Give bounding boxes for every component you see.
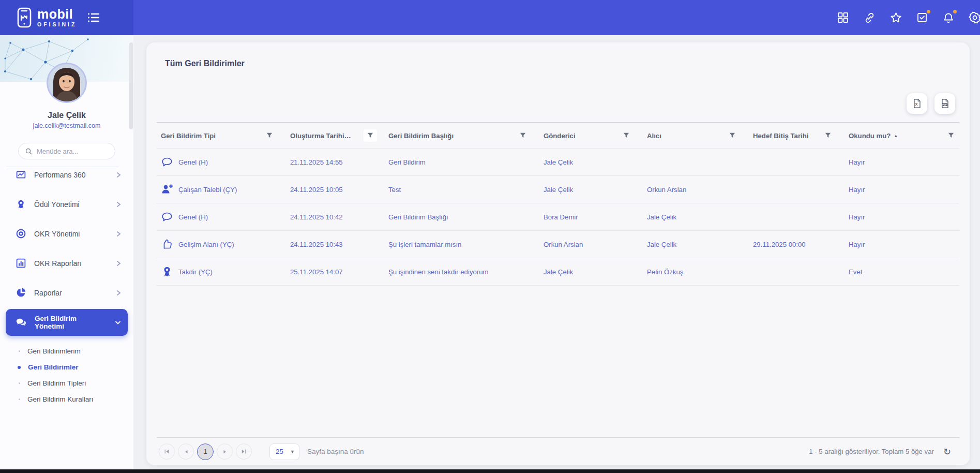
filter-icon[interactable] [825,132,831,139]
table-row[interactable]: Genel (H) 21.11.2025 14:55 Geri Bildirim… [157,149,959,176]
submenu-item-label: Geri Bildirimlerim [27,347,81,355]
search-input[interactable] [37,147,104,155]
bullet-dot [19,398,20,400]
column-header-olusturma-tarihi[interactable]: Oluşturma Tarihi… [286,123,384,149]
next-page-button[interactable] [217,444,233,460]
chevron-down-icon [115,320,121,325]
previous-page-button[interactable] [178,444,194,460]
quick-links-button[interactable] [863,11,876,24]
excel-file-icon: X [911,98,923,109]
feedback-submenu: Geri Bildirimlerim Geri Bildirimler Geri… [0,336,133,407]
read-status: Hayır [849,186,865,194]
page-size-value: 25 [276,448,283,455]
sidebar-item-okr-yonetimi[interactable]: OKR Yönetimi [0,219,133,248]
bullet-dot [19,350,20,352]
sidebar-item-label: Performans 360 [34,171,86,179]
per-page-label: Sayfa başına ürün [307,448,364,455]
filter-icon[interactable] [520,132,526,139]
type-label: Genel (H) [178,213,208,221]
type-label: Çalışan Talebi (ÇY) [178,186,237,194]
column-header-hedef-bitis[interactable]: Hedef Bitiş Tarihi [749,123,845,149]
bar-chart-icon [16,258,26,269]
topbar-brand-area: mobil ofisiniz [0,0,133,35]
hamburger-list-icon [87,11,101,24]
favorites-button[interactable] [889,11,902,24]
notifications-badge-dot [953,10,957,13]
table-row[interactable]: Takdir (YÇ) 25.11.2025 14:07 Şu işindine… [157,258,959,286]
sender: Jale Çelik [544,158,573,166]
last-page-button[interactable] [236,444,252,460]
filter-icon-active[interactable] [364,129,377,142]
read-status: Hayır [849,241,865,248]
page-size-select[interactable]: 25 ▼ [269,444,299,460]
tasks-badge-dot [927,10,930,13]
table-row[interactable]: Genel (H) 24.11.2025 10:42 Geri Bildirim… [157,203,959,231]
submenu-item-geri-bildirim-kurallari[interactable]: Geri Bildirim Kuralları [0,391,133,407]
sidebar-item-raporlar[interactable]: Raporlar [0,278,133,307]
first-page-button[interactable] [159,444,175,460]
submenu-item-label: Geri Bildirimler [28,363,79,371]
sidebar-item-label: OKR Raporları [34,259,82,268]
brand-line2: ofisiniz [37,22,77,27]
settings-button[interactable] [968,11,980,24]
read-status: Hayır [849,158,865,166]
column-header-okundu-mu[interactable]: Okundu mu? ▲ [845,123,959,149]
filter-icon[interactable] [623,132,629,139]
sort-ascending-icon: ▲ [894,134,898,138]
user-avatar[interactable] [47,63,87,103]
table-row[interactable]: Gelişim Alanı (YÇ) 24.11.2025 10:43 Şu i… [157,231,959,258]
pie-chart-icon [16,287,26,298]
feedback-title: Şu işleri tamamlar mısın [388,241,461,248]
thumbs-up-icon [161,238,173,250]
sidebar-search [18,143,115,159]
apps-grid-icon [837,11,849,24]
feedback-table: Geri Bildirim Tipi Oluşturma Tarihi… Ger… [157,122,959,286]
sidebar-scrollbar[interactable] [129,42,133,129]
check-square-icon [916,11,928,24]
export-buttons: X PDF [907,93,955,114]
column-header-alici[interactable]: Alıcı [643,123,749,149]
pdf-file-icon: PDF [939,98,951,109]
export-pdf-button[interactable]: PDF [934,93,955,114]
performance-chart-icon [16,169,26,180]
sidebar-item-label: Geri Bildirim Yönetimi [35,315,107,330]
sidebar-item-okr-raporlari[interactable]: OKR Raporları [0,248,133,278]
window-bottom-edge [0,469,980,473]
sidebar-toggle-button[interactable] [87,11,101,24]
phone-logo-icon [16,6,33,29]
export-excel-button[interactable]: X [907,93,927,114]
sidebar-item-performans-360[interactable]: Performans 360 [0,167,133,189]
app-logo[interactable]: mobil ofisiniz [16,6,77,29]
sidebar-item-odul-yonetimi[interactable]: Ödül Yönetimi [0,189,133,219]
receiver: Orkun Arslan [647,186,686,194]
sender: Jale Çelik [544,268,573,276]
sidebar-item-geri-bildirim-yonetimi[interactable]: Geri Bildirim Yönetimi [6,309,128,336]
chat-bubble-icon [161,211,173,223]
created-date: 24.11.2025 10:05 [290,186,343,194]
table-row[interactable]: Çalışan Talebi (ÇY) 24.11.2025 10:05 Tes… [157,176,959,203]
topbar-actions [133,0,980,35]
target-icon [16,228,26,239]
read-status: Hayır [849,213,865,221]
page-title: Tüm Geri Bildirimler [146,42,970,68]
submenu-item-geri-bildirim-tipleri[interactable]: Geri Bildirim Tipleri [0,375,133,391]
column-header-tip[interactable]: Geri Bildirim Tipi [157,123,286,149]
column-header-baslik[interactable]: Geri Bildirim Başlığı [384,123,539,149]
column-header-gonderici[interactable]: Gönderici [539,123,643,149]
type-label: Gelişim Alanı (YÇ) [178,241,234,248]
submenu-item-geri-bildirimlerim[interactable]: Geri Bildirimlerim [0,343,133,359]
main-content: Tüm Geri Bildirimler X [133,35,980,469]
apps-grid-button[interactable] [836,11,850,24]
sidebar-menu: Performans 360 Ödül Yönetimi [0,167,133,407]
submenu-item-geri-bildirimler[interactable]: Geri Bildirimler [0,359,133,375]
caret-down-icon: ▼ [290,449,295,454]
notifications-button[interactable] [942,11,955,24]
refresh-icon[interactable]: ↻ [943,447,951,456]
tasks-button[interactable] [915,11,929,24]
page-number-button[interactable]: 1 [197,444,214,460]
created-date: 21.11.2025 14:55 [290,158,343,166]
filter-icon[interactable] [948,132,954,139]
filter-icon[interactable] [266,132,273,139]
type-label: Genel (H) [178,158,208,166]
filter-icon[interactable] [729,132,735,139]
